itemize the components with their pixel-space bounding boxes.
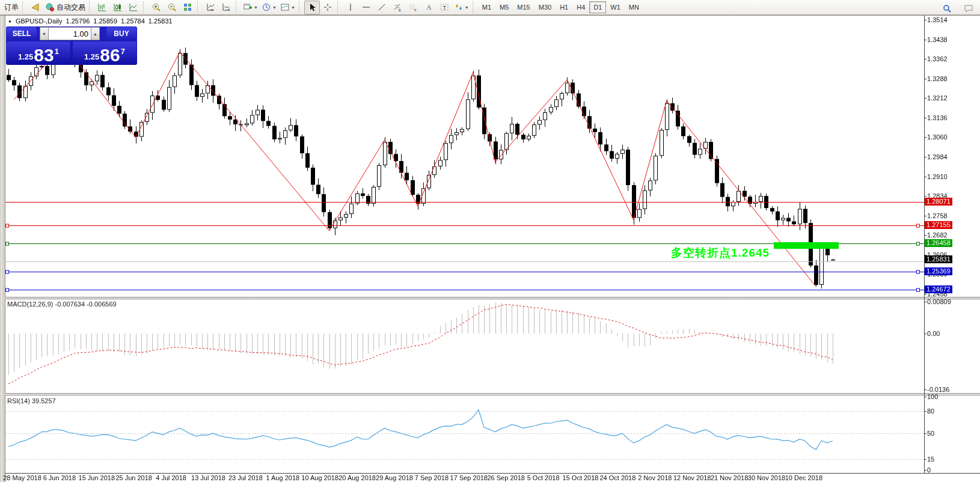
toolbar-separator xyxy=(337,1,340,13)
toolbar-separator xyxy=(236,1,239,13)
candlestick-chart-icon xyxy=(113,2,123,12)
timeframe-h4[interactable]: H4 xyxy=(572,1,589,13)
sell-price-pip: 1 xyxy=(55,47,59,56)
crosshair-button[interactable] xyxy=(320,1,335,14)
chevron-down-icon: ▼ xyxy=(291,5,295,10)
toolbar-separator xyxy=(143,1,146,13)
buy-price-big: 86 xyxy=(100,46,120,64)
svg-text:E: E xyxy=(399,8,401,12)
svg-text:A: A xyxy=(426,3,432,11)
horizontal-line-button[interactable] xyxy=(358,1,374,14)
templates-icon xyxy=(280,2,290,12)
price-line-badge: 1.26458 xyxy=(925,239,952,247)
tile-windows-button[interactable] xyxy=(180,1,195,14)
cursor-icon xyxy=(307,2,317,12)
search-icon[interactable] xyxy=(939,1,955,15)
chart-shift-button[interactable] xyxy=(218,1,234,14)
text-button[interactable]: A xyxy=(421,1,436,14)
toolbar-separator xyxy=(89,1,92,13)
horizontal-line-icon xyxy=(361,2,371,12)
volume-increase-stepper[interactable]: ▲ xyxy=(91,27,100,40)
zoom-out-button[interactable] xyxy=(164,1,180,14)
sell-price-small: 1.25 xyxy=(18,52,33,61)
buy-button[interactable]: BUY xyxy=(106,27,136,40)
line-chart-button[interactable] xyxy=(126,1,141,14)
chevron-down-icon: ▼ xyxy=(272,5,277,10)
zoom-in-button[interactable] xyxy=(149,1,164,14)
sell-price-big: 83 xyxy=(34,46,54,64)
arrange-charts-icon xyxy=(206,2,215,12)
volume-input[interactable] xyxy=(49,27,91,40)
timeframe-m1[interactable]: M1 xyxy=(478,1,495,13)
chart-shift-icon xyxy=(221,2,231,12)
cursor-button[interactable] xyxy=(304,1,320,14)
sell-price-box[interactable]: 1.25 83 1 xyxy=(7,41,70,64)
periods-icon xyxy=(262,2,271,12)
timeframe-m5[interactable]: M5 xyxy=(495,1,513,13)
vertical-line-button[interactable] xyxy=(343,1,358,14)
trendline-icon xyxy=(377,2,387,12)
chevron-down-icon: ▼ xyxy=(465,5,469,10)
toolbar: 订单自动交易▼▼▼EFAT▼M1M5M15M30H1H4D1W1MN xyxy=(0,0,980,15)
new-order-label: 订单 xyxy=(4,2,19,13)
fibonacci-fan-button[interactable]: F xyxy=(405,1,421,14)
autotrading-label: 自动交易 xyxy=(57,2,85,13)
crosshair-icon xyxy=(323,2,332,12)
templates-button[interactable]: ▼ xyxy=(278,1,297,14)
text-label-button[interactable]: T xyxy=(436,1,452,14)
chat-icon[interactable] xyxy=(961,1,976,15)
toolbar-separator xyxy=(299,1,302,13)
arrows-icon xyxy=(454,2,464,12)
buy-price-small: 1.25 xyxy=(84,52,99,61)
one-click-trade-panel: SELL ▼ ▲ BUY 1.25 83 1 1.25 86 7 xyxy=(6,26,137,65)
buy-price-box[interactable]: 1.25 86 7 xyxy=(73,41,136,64)
timeframe-m30[interactable]: M30 xyxy=(534,1,556,13)
bar-chart-icon xyxy=(97,2,107,12)
autotrading-button[interactable]: 自动交易 xyxy=(43,1,87,14)
alerts-icon xyxy=(31,2,40,12)
toolbar-separator xyxy=(473,1,476,13)
price-line-badge: 1.27155 xyxy=(925,221,952,229)
timeframe-m15[interactable]: M15 xyxy=(513,1,534,13)
bid-price-badge: 1.25831 xyxy=(925,255,952,263)
chevron-down-icon: ▼ xyxy=(254,5,258,10)
trendline-button[interactable] xyxy=(374,1,390,14)
price-chart-canvas[interactable] xyxy=(0,0,980,482)
timeframe-d1[interactable]: D1 xyxy=(589,1,606,13)
arrows-button[interactable]: ▼ xyxy=(452,1,471,14)
indicators-button[interactable]: ▼ xyxy=(241,1,260,14)
indicators-icon xyxy=(243,2,253,12)
price-line-badge: 1.28071 xyxy=(925,198,952,206)
alerts-button[interactable] xyxy=(28,1,43,14)
periods-button[interactable]: ▼ xyxy=(260,1,278,14)
candlestick-chart-button[interactable] xyxy=(110,1,126,14)
toolbar-separator xyxy=(22,1,25,13)
vertical-line-icon xyxy=(346,2,355,12)
price-line-badge: 1.24672 xyxy=(925,285,952,293)
buy-price-pip: 7 xyxy=(121,47,125,56)
svg-text:T: T xyxy=(443,5,446,11)
svg-text:F: F xyxy=(414,8,417,12)
volume-decrease-stepper[interactable]: ▼ xyxy=(40,27,49,40)
zoom-out-icon xyxy=(167,2,177,12)
timeframe-h1[interactable]: H1 xyxy=(556,1,572,13)
timeframe-w1[interactable]: W1 xyxy=(606,1,625,13)
toolbar-separator xyxy=(197,1,200,13)
tile-windows-icon xyxy=(183,2,192,12)
fibonacci-button[interactable]: E xyxy=(390,1,405,14)
new-order-button[interactable]: 订单 xyxy=(1,1,20,14)
price-line-badge: 1.25369 xyxy=(925,267,952,275)
line-chart-icon xyxy=(129,2,138,12)
text-icon: A xyxy=(424,2,433,12)
timeframe-mn[interactable]: MN xyxy=(625,1,643,13)
fibonacci-icon: E xyxy=(393,2,402,12)
zoom-in-icon xyxy=(152,2,161,12)
autotrading-icon xyxy=(45,2,55,12)
bar-chart-button[interactable] xyxy=(94,1,110,14)
sell-button[interactable]: SELL xyxy=(7,27,37,40)
text-label-icon: T xyxy=(439,2,449,12)
fibonacci-fan-icon: F xyxy=(408,2,418,12)
arrange-charts-button[interactable] xyxy=(203,1,218,14)
